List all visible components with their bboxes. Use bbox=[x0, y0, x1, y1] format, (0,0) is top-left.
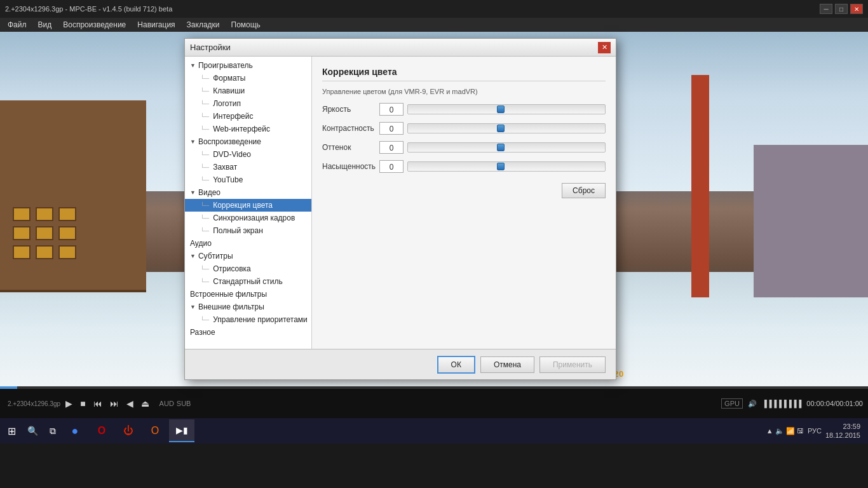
tree-video[interactable]: Видео bbox=[185, 186, 311, 199]
hue-thumb bbox=[497, 144, 505, 151]
prev-button[interactable]: ⏮ bbox=[91, 397, 105, 410]
dvd-label: DVD-Video bbox=[213, 150, 251, 159]
tree-dvd[interactable]: └─ DVD-Video bbox=[185, 148, 311, 161]
tree-capture[interactable]: └─ Захват bbox=[185, 161, 311, 173]
maximize-button[interactable]: □ bbox=[835, 4, 848, 14]
formats-label: Форматы bbox=[213, 74, 245, 83]
tree-logo[interactable]: └─ Логотип bbox=[185, 97, 311, 110]
dialog-title: Настройки bbox=[190, 43, 231, 52]
content-panel: Коррекция цвета Управление цветом (для V… bbox=[312, 57, 616, 349]
web-label: Web-интерфейс bbox=[213, 125, 270, 133]
tree-color-correction[interactable]: └─ Коррекция цвета bbox=[185, 199, 311, 212]
capture-label: Захват bbox=[213, 163, 237, 172]
menu-play[interactable]: Воспроизведение bbox=[58, 19, 131, 30]
gpu-label: GPU bbox=[721, 398, 743, 409]
external-filters-label: Внешние фильтры bbox=[198, 302, 264, 311]
tree-player[interactable]: Проигрыватель bbox=[185, 59, 311, 72]
start-button[interactable]: ⊞ bbox=[3, 419, 21, 442]
power-app[interactable]: ⏻ bbox=[116, 419, 141, 442]
controls-buttons: 2.+2304x1296.3gp ▶ ■ ⏮ ⏭ ◀ ⏏ AUD SUB GPU… bbox=[0, 389, 868, 418]
tree-subtitles[interactable]: Субтитры bbox=[185, 250, 311, 262]
saturation-row: Насыщенность 0 bbox=[322, 160, 606, 173]
frame-sync-label: Синхронизация кадров bbox=[213, 214, 295, 222]
mpc-app[interactable]: ▶▮ bbox=[169, 419, 194, 442]
dialog-body: Проигрыватель └─ Форматы └─ Клавиши └─ Л… bbox=[185, 57, 616, 349]
next-button[interactable]: ⏭ bbox=[107, 397, 121, 410]
building-windows bbox=[13, 207, 76, 259]
building-right bbox=[754, 145, 868, 297]
search-button[interactable]: 🔍 bbox=[22, 419, 43, 442]
audio-label: AUD bbox=[159, 400, 174, 407]
menu-bookmarks[interactable]: Закладки bbox=[182, 19, 225, 30]
contrast-slider[interactable] bbox=[407, 123, 606, 133]
menu-help[interactable]: Помощь bbox=[226, 19, 266, 30]
misc-label: Разное bbox=[190, 328, 215, 337]
saturation-slider[interactable] bbox=[407, 161, 606, 172]
logo-label: Логотип bbox=[213, 99, 241, 108]
apply-button[interactable]: Применить bbox=[539, 356, 606, 373]
dialog-close-button[interactable]: ✕ bbox=[598, 42, 611, 53]
tree-builtin-filters[interactable]: Встроенные фильтры bbox=[185, 288, 311, 301]
tree-youtube[interactable]: └─ YouTube bbox=[185, 173, 311, 186]
eject-button[interactable]: ⏏ bbox=[139, 397, 152, 410]
progress-bar-area[interactable] bbox=[0, 386, 868, 389]
settings-tree: Проигрыватель └─ Форматы └─ Клавиши └─ Л… bbox=[185, 57, 312, 349]
menu-view[interactable]: Вид bbox=[33, 19, 57, 30]
tree-external-filters[interactable]: Внешние фильтры bbox=[185, 301, 311, 313]
play-button[interactable]: ▶ bbox=[63, 397, 75, 410]
subtitles-label: Субтитры bbox=[198, 252, 233, 261]
tree-interface[interactable]: └─ Интерфейс bbox=[185, 110, 311, 123]
taskbar-right: ▲ 🔈 📶 🖫 РУС 23:59 18.12.2015 bbox=[766, 422, 865, 440]
content-title: Коррекция цвета bbox=[322, 67, 606, 81]
tray-icons: ▲ 🔈 📶 🖫 bbox=[766, 427, 804, 435]
cancel-button[interactable]: Отмена bbox=[480, 356, 534, 373]
tree-web[interactable]: └─ Web-интерфейс bbox=[185, 123, 311, 135]
playback-label: Воспроизведение bbox=[198, 137, 261, 146]
tree-frame-sync[interactable]: └─ Синхронизация кадров bbox=[185, 212, 311, 224]
chrome-app[interactable]: ● bbox=[62, 419, 88, 442]
lang-indicator: РУС bbox=[808, 427, 822, 435]
saturation-value[interactable]: 0 bbox=[379, 160, 403, 173]
titlebar-left: 2.+2304x1296.3gp - MPC-BE - v1.4.5 (buil… bbox=[5, 5, 172, 13]
rendering-label: Отрисовка bbox=[213, 264, 251, 273]
tree-keys[interactable]: └─ Клавиши bbox=[185, 85, 311, 97]
tree-fullscreen[interactable]: └─ Полный экран bbox=[185, 224, 311, 237]
hue-slider[interactable] bbox=[407, 142, 606, 152]
tree-formats[interactable]: └─ Форматы bbox=[185, 72, 311, 85]
clock-date: 18.12.2015 bbox=[825, 431, 860, 440]
ok-button[interactable]: ОК bbox=[437, 356, 475, 374]
tree-playback[interactable]: Воспроизведение bbox=[185, 135, 311, 148]
volume-icon[interactable]: 🔊 bbox=[748, 400, 757, 408]
hue-label: Оттенок bbox=[322, 143, 379, 152]
sub-label: SUB bbox=[177, 400, 191, 407]
menu-file[interactable]: Файл bbox=[3, 19, 32, 30]
time-current: 00:00:04 bbox=[806, 400, 834, 407]
menu-nav[interactable]: Навигация bbox=[132, 19, 180, 30]
opera-app[interactable]: O bbox=[142, 419, 168, 442]
time-display: 00:00:04/00:01:00 bbox=[806, 400, 863, 407]
tree-audio[interactable]: Аудио bbox=[185, 237, 311, 250]
controls-bar: 2.+2304x1296.3gp ▶ ■ ⏮ ⏭ ◀ ⏏ AUD SUB GPU… bbox=[0, 386, 868, 418]
reset-button[interactable]: Сброс bbox=[562, 183, 606, 198]
progress-fill bbox=[0, 386, 17, 389]
brightness-value[interactable]: 0 bbox=[379, 103, 403, 116]
tree-default-style[interactable]: └─ Стандартный стиль bbox=[185, 275, 311, 288]
opera-red-app[interactable]: O bbox=[89, 419, 114, 442]
contrast-value[interactable]: 0 bbox=[379, 122, 403, 135]
minimize-button[interactable]: ─ bbox=[820, 4, 832, 14]
tree-misc[interactable]: Разное bbox=[185, 326, 311, 339]
frame-prev-button[interactable]: ◀ bbox=[124, 397, 136, 410]
saturation-label: Насыщенность bbox=[322, 162, 379, 171]
close-button[interactable]: ✕ bbox=[850, 4, 863, 14]
tree-priority[interactable]: └─ Управление приоритетами bbox=[185, 313, 311, 326]
app-title: 2.+2304x1296.3gp - MPC-BE - v1.4.5 (buil… bbox=[5, 5, 172, 13]
color-section-label: Управление цветом (для VMR-9, EVR и madV… bbox=[322, 88, 606, 95]
tree-rendering[interactable]: └─ Отрисовка bbox=[185, 262, 311, 275]
ctrl-right: GPU 🔊 ▐▐▐▐▐▐▐▐ 00:00:04/00:01:00 bbox=[721, 398, 863, 409]
hue-value[interactable]: 0 bbox=[379, 141, 403, 154]
brightness-slider[interactable] bbox=[407, 104, 606, 114]
stop-button[interactable]: ■ bbox=[78, 397, 88, 410]
default-style-label: Стандартный стиль bbox=[213, 277, 283, 286]
interface-label: Интерфейс bbox=[213, 112, 253, 121]
task-view-button[interactable]: ⧉ bbox=[44, 419, 61, 442]
